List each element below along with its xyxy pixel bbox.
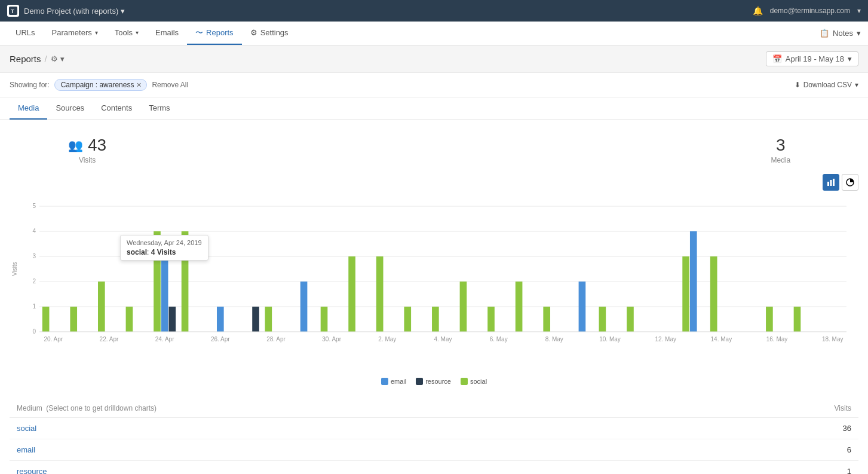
svg-text:Visits: Visits — [11, 262, 18, 276]
chart-container: Wednesday, Apr 24, 2019 social: 4 Visits… — [10, 194, 858, 373]
medium-link[interactable]: resource — [17, 467, 47, 474]
chart-legend: email resource social — [10, 373, 858, 390]
nav-label-tools: Tools — [115, 28, 133, 37]
nav-label-emails: Emails — [155, 28, 179, 37]
svg-rect-32 — [252, 307, 259, 332]
app-logo[interactable]: T — [7, 5, 19, 17]
nav-item-tools[interactable]: Tools ▾ — [106, 22, 147, 45]
reports-nav-icon: 〜 — [195, 27, 203, 38]
svg-rect-26 — [161, 256, 168, 332]
svg-rect-47 — [516, 282, 523, 332]
table-row: email 6 — [10, 439, 858, 461]
svg-rect-55 — [682, 256, 689, 332]
svg-rect-53 — [627, 307, 634, 332]
date-range-label: April 19 - May 18 — [786, 54, 844, 63]
nav-item-parameters[interactable]: Parameters ▾ — [44, 22, 106, 45]
nav-item-urls[interactable]: URLs — [7, 22, 44, 45]
nav-item-emails[interactable]: Emails — [147, 22, 187, 45]
nav-label-reports: Reports — [206, 28, 234, 37]
top-bar-right: 🔔 demo@terminusapp.com ▾ — [753, 6, 861, 16]
svg-rect-3 — [830, 180, 832, 186]
visits-count: 43 — [88, 136, 106, 155]
nav-label-parameters: Parameters — [52, 28, 92, 37]
svg-rect-57 — [710, 256, 717, 332]
svg-rect-44 — [460, 282, 467, 332]
tab-terms[interactable]: Terms — [140, 97, 178, 120]
table-cell-visits: 36 — [715, 418, 858, 439]
notes-icon: 📋 — [820, 29, 829, 38]
filter-tag-campaign[interactable]: Campaign : awareness ✕ — [54, 79, 148, 91]
visits-label: Visits — [79, 156, 96, 164]
data-table: Medium (Select one to get drilldown char… — [10, 399, 858, 474]
svg-rect-30 — [217, 307, 224, 332]
legend-resource-dot — [416, 378, 423, 385]
medium-link[interactable]: email — [17, 445, 35, 454]
project-selector[interactable]: Demo Project (with reports) ▾ — [24, 7, 125, 16]
breadcrumb-settings-caret: ▾ — [60, 54, 65, 63]
tab-media[interactable]: Media — [10, 97, 47, 120]
nav-item-reports[interactable]: 〜 Reports — [187, 22, 242, 45]
project-name: Demo Project (with reports) — [24, 7, 118, 16]
svg-rect-50 — [579, 282, 586, 332]
content-area: 👥 43 Visits 3 Media — [0, 120, 868, 474]
stats-row: 👥 43 Visits 3 Media — [10, 130, 858, 174]
top-bar-left: T Demo Project (with reports) ▾ — [7, 5, 125, 17]
svg-text:T: T — [11, 8, 14, 14]
svg-rect-42 — [432, 307, 439, 332]
filter-bar: Showing for: Campaign : awareness ✕ Remo… — [0, 73, 868, 97]
svg-text:18. May: 18. May — [822, 336, 844, 342]
nav-item-settings[interactable]: ⚙ Settings — [242, 22, 297, 45]
date-range-button[interactable]: 📅 April 19 - May 18 ▾ — [766, 51, 858, 66]
svg-text:1: 1 — [32, 303, 36, 310]
svg-rect-51 — [599, 307, 606, 332]
filter-left: Showing for: Campaign : awareness ✕ Remo… — [10, 79, 188, 91]
tab-sources[interactable]: Sources — [47, 97, 93, 120]
notification-bell-icon[interactable]: 🔔 — [753, 6, 763, 16]
svg-rect-21 — [70, 307, 77, 332]
nav-items: URLs Parameters ▾ Tools ▾ Emails 〜 Repor… — [7, 22, 297, 45]
table-cell-medium: email — [10, 439, 715, 461]
svg-rect-2 — [827, 182, 829, 186]
settings-nav-icon: ⚙ — [250, 28, 257, 37]
legend-social: social — [461, 378, 487, 385]
notes-btn[interactable]: 📋 Notes ▾ — [820, 22, 861, 45]
breadcrumb-sep: / — [45, 54, 47, 64]
svg-rect-36 — [321, 307, 328, 332]
tab-contents-label: Contents — [101, 103, 132, 112]
user-dropdown-caret[interactable]: ▾ — [857, 7, 861, 15]
svg-text:26. Apr: 26. Apr — [211, 336, 230, 342]
legend-email-label: email — [391, 378, 406, 385]
svg-text:4. May: 4. May — [434, 336, 452, 342]
download-csv-button[interactable]: ⬇ Download CSV ▾ — [795, 81, 858, 89]
pie-chart-button[interactable] — [842, 174, 858, 191]
breadcrumb-title: Reports — [10, 54, 41, 64]
svg-rect-48 — [543, 307, 550, 332]
tab-contents[interactable]: Contents — [93, 97, 140, 120]
bar-chart-button[interactable] — [823, 174, 839, 191]
remove-all-btn[interactable]: Remove All — [152, 81, 188, 89]
svg-text:24. Apr: 24. Apr — [155, 336, 174, 342]
svg-text:8. May: 8. May — [545, 336, 563, 342]
breadcrumb-settings[interactable]: ⚙ ▾ — [51, 54, 65, 63]
legend-email-dot — [381, 378, 388, 385]
svg-text:3: 3 — [32, 253, 36, 259]
svg-text:2: 2 — [32, 278, 36, 285]
date-range-caret: ▾ — [848, 54, 852, 63]
svg-text:30. Apr: 30. Apr — [322, 336, 341, 342]
tab-sources-label: Sources — [56, 103, 84, 112]
tools-caret: ▾ — [136, 29, 139, 36]
svg-text:28. Apr: 28. Apr — [266, 336, 286, 342]
svg-text:10. May: 10. May — [599, 336, 621, 342]
tab-media-label: Media — [18, 103, 39, 112]
svg-text:6. May: 6. May — [490, 336, 508, 342]
col-visits-header: Visits — [715, 399, 858, 418]
legend-social-label: social — [470, 378, 487, 385]
notes-caret: ▾ — [857, 29, 861, 38]
chart-controls — [10, 174, 858, 194]
svg-rect-24 — [126, 307, 133, 332]
svg-rect-41 — [404, 307, 411, 332]
nav-label-settings: Settings — [260, 28, 289, 37]
medium-link[interactable]: social — [17, 424, 36, 433]
filter-tag-close-icon[interactable]: ✕ — [136, 81, 142, 89]
col-hint: (Select one to get drilldown charts) — [46, 404, 157, 412]
